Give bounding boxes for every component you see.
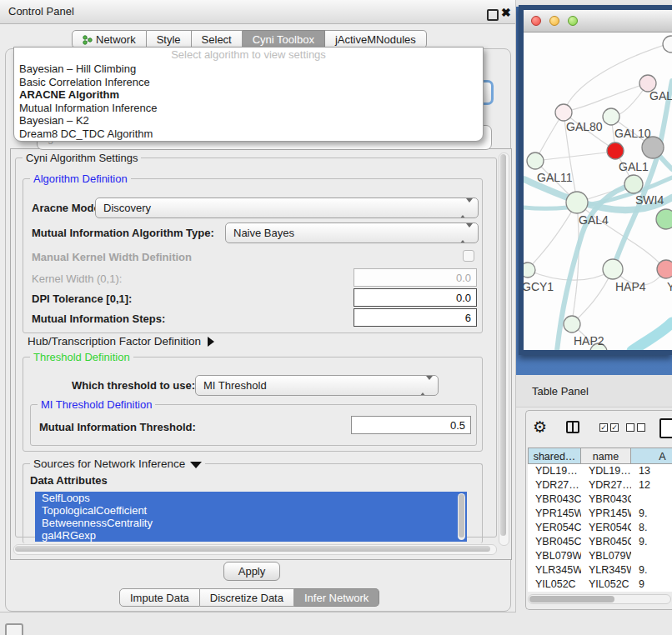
tab-jactivemnodules[interactable]: jActiveMNodules <box>325 30 427 48</box>
network-node-gal80[interactable] <box>555 104 572 121</box>
table-row[interactable]: YBR043CYBR043C <box>528 492 672 507</box>
column-layout-icon[interactable] <box>566 421 579 433</box>
attributes-scrollbar[interactable] <box>458 493 465 540</box>
table-cell[interactable]: YLR345W <box>581 563 631 578</box>
manual-kernel-checkbox[interactable] <box>463 250 474 262</box>
hub-definition-toggle[interactable]: Hub/Transcription Factor Definition <box>28 335 214 348</box>
network-node[interactable] <box>663 36 672 52</box>
close-panel-icon[interactable]: ✖ <box>501 6 511 19</box>
network-node-hap4[interactable] <box>603 259 623 279</box>
unchecked-box-icon[interactable] <box>637 423 645 432</box>
network-edge[interactable] <box>613 81 672 269</box>
attribute-item-gal4rgexp[interactable]: gal4RGexp <box>35 529 467 542</box>
table-cell[interactable]: 8. <box>631 521 672 535</box>
network-node-gal1[interactable] <box>607 142 624 159</box>
column-header-shared[interactable]: shared… <box>528 448 581 464</box>
algorithm-option-bayesian-hill-climbing[interactable]: Bayesian – Hill Climbing <box>14 62 483 76</box>
which-threshold-combobox[interactable]: MI Threshold <box>195 375 439 396</box>
network-node-gal11[interactable] <box>527 152 544 169</box>
tab-network[interactable]: Network <box>72 30 147 48</box>
apply-button[interactable]: Apply <box>223 562 280 581</box>
table-cell[interactable]: YER054C <box>528 521 581 535</box>
table-cell[interactable]: 13 <box>631 464 672 478</box>
table-cell[interactable]: YDL19… <box>528 464 581 478</box>
algorithm-option-basic-correlation-inference[interactable]: Basic Correlation Inference <box>14 76 483 89</box>
column-header-name[interactable]: name <box>581 448 631 464</box>
mi-steps-input[interactable] <box>354 308 477 327</box>
algorithm-option-bayesian-k2[interactable]: Bayesian – K2 <box>14 114 483 128</box>
table-cell[interactable]: YPR145W <box>581 507 631 521</box>
network-edge[interactable] <box>529 202 577 268</box>
table-cell[interactable]: 9. <box>631 507 672 521</box>
network-edge[interactable] <box>632 322 672 350</box>
table-cell[interactable]: YBL079W <box>528 549 581 563</box>
table-cell[interactable]: YIL052C <box>528 578 581 592</box>
table-cell[interactable]: YIL052C <box>581 578 631 592</box>
table-row[interactable]: YER054CYER054C8. <box>528 521 672 535</box>
close-traffic-light-icon[interactable] <box>531 16 541 26</box>
tab-style[interactable]: Style <box>147 30 192 48</box>
attribute-item-betweennesscentrality[interactable]: BetweennessCentrality <box>35 517 467 529</box>
table-cell[interactable]: 9. <box>631 563 672 578</box>
horizontal-scrollbar[interactable] <box>13 544 497 555</box>
network-node-hap2[interactable] <box>564 316 580 332</box>
table-cell[interactable]: 12 <box>631 478 672 492</box>
tab-discretize-data[interactable]: Discretize Data <box>200 588 294 607</box>
table-cell[interactable]: YBL079W <box>581 549 631 563</box>
collapsed-panel-icon[interactable] <box>5 623 23 635</box>
network-edge[interactable] <box>535 152 614 161</box>
data-attributes-list[interactable]: SelfLoopsTopologicalCoefficientBetweenne… <box>35 492 467 542</box>
kernel-width-input[interactable] <box>354 268 477 287</box>
tab-cyni-toolbox[interactable]: Cyni Toolbox <box>243 30 325 48</box>
float-panel-icon[interactable] <box>487 9 499 21</box>
minimize-traffic-light-icon[interactable] <box>549 16 559 26</box>
column-header-a[interactable]: A <box>631 448 672 464</box>
table-cell[interactable]: YBR045C <box>528 535 581 549</box>
network-node-swi4[interactable] <box>624 175 643 193</box>
zoom-traffic-light-icon[interactable] <box>568 16 578 26</box>
table-cell[interactable] <box>631 549 672 563</box>
table-row[interactable]: YBR045CYBR045C9. <box>528 535 672 549</box>
mi-threshold-input[interactable] <box>351 416 471 434</box>
network-node-gcy1[interactable] <box>524 262 535 278</box>
network-node-y[interactable] <box>657 260 672 278</box>
collapse-arrow-icon[interactable] <box>190 462 202 468</box>
function-builder-icon[interactable] <box>659 418 672 438</box>
tab-impute-data[interactable]: Impute Data <box>119 588 200 607</box>
table-cell[interactable]: YPR145W <box>528 507 581 521</box>
table-cell[interactable]: 9. <box>631 535 672 549</box>
unchecked-box-icon[interactable] <box>626 423 634 432</box>
network-node-gal4[interactable] <box>566 192 588 213</box>
table-row[interactable]: YDL19…YDL19…13 <box>528 464 672 478</box>
table-cell[interactable]: YDR27… <box>581 478 631 492</box>
algorithm-option-dream8-dc-tdc-algorithm[interactable]: Dream8 DC_TDC Algorithm <box>14 128 483 141</box>
attribute-item-selfloops[interactable]: SelfLoops <box>35 492 467 504</box>
network-window-titlebar[interactable] <box>524 10 672 32</box>
mi-type-combobox[interactable]: Naive Bayes <box>225 222 479 243</box>
table-row[interactable]: YIL052CYIL052C9 <box>528 578 672 592</box>
table-cell[interactable]: YDL19… <box>581 464 631 478</box>
checked-box-icon[interactable]: ✓ <box>610 423 619 432</box>
table-row[interactable]: YBL079WYBL079W <box>528 549 672 563</box>
algorithm-option-aracne-algorithm[interactable]: ARACNE Algorithm <box>14 88 483 102</box>
table-row[interactable]: YDR27…YDR27…12 <box>528 478 672 492</box>
table-cell[interactable]: YBR043C <box>581 492 631 507</box>
attribute-item-topologicalcoefficient[interactable]: TopologicalCoefficient <box>35 504 467 517</box>
tab-infer-network[interactable]: Infer Network <box>294 588 379 607</box>
network-view-window[interactable]: GALGAL80GAL10GAL1GAL11GAL4SWI4GCY1HAP4YH… <box>519 5 672 355</box>
vertical-scrollbar[interactable] <box>499 152 509 546</box>
aracne-mode-combobox[interactable]: Discovery <box>95 198 479 218</box>
table-cell[interactable] <box>631 492 672 507</box>
network-edge[interactable] <box>567 83 648 111</box>
tab-select[interactable]: Select <box>192 30 243 48</box>
expand-arrow-icon[interactable] <box>208 337 214 347</box>
table-cell[interactable]: YDR27… <box>528 478 581 492</box>
table-row[interactable]: YLR345WYLR345W9. <box>528 563 672 578</box>
table-cell[interactable]: YBR043C <box>528 492 581 507</box>
network-node[interactable] <box>656 209 672 229</box>
gear-icon[interactable]: ⚙ <box>533 418 547 437</box>
network-node-gal10[interactable] <box>603 108 619 125</box>
network-canvas[interactable]: GALGAL80GAL10GAL1GAL11GAL4SWI4GCY1HAP4YH… <box>524 32 672 350</box>
dpi-tolerance-input[interactable] <box>354 288 477 307</box>
table-cell[interactable]: YER054C <box>581 521 631 535</box>
